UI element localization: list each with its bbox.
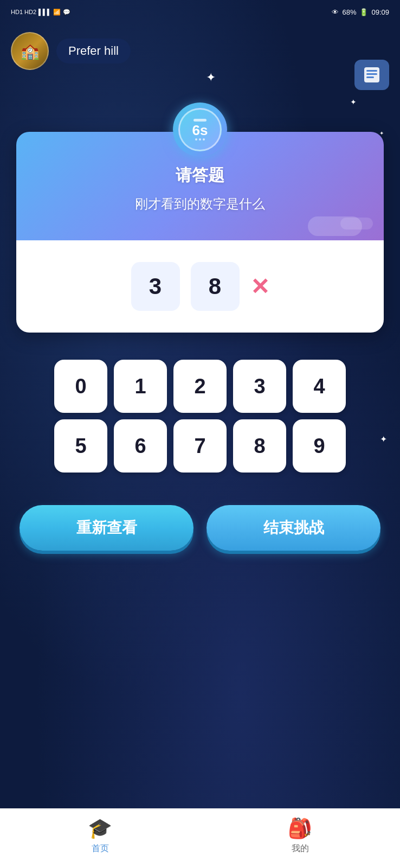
num-btn-6[interactable]: 6 — [114, 419, 167, 473]
end-label: 结束挑战 — [263, 518, 324, 538]
timer-dot-1 — [195, 138, 197, 141]
username-bubble: Prefer hill — [56, 39, 131, 63]
svg-rect-2 — [366, 73, 377, 75]
timer-dot-2 — [199, 138, 201, 141]
timer-container: 6s — [0, 103, 400, 157]
nav-home[interactable]: 🎓 首页 — [0, 809, 200, 868]
status-bar: HD1 HD2 ▌▌▌ 📶 💬 👁 68% 🔋 09:09 — [0, 0, 400, 24]
timer-top-bar — [193, 119, 207, 122]
avatar: 🏫 — [11, 32, 49, 70]
wechat-icon: 💬 — [63, 9, 70, 16]
num-btn-1[interactable]: 1 — [114, 360, 167, 413]
signal-bars: ▌▌▌ — [38, 9, 51, 15]
num-btn-0[interactable]: 0 — [54, 360, 107, 413]
answer-digit-2: 8 — [209, 273, 221, 299]
status-carriers: HD1 HD2 — [11, 9, 36, 15]
delete-icon: ✕ — [250, 273, 269, 300]
username-text: Prefer hill — [68, 44, 119, 58]
answer-slot-1: 3 — [131, 262, 180, 311]
numpad: 0 1 2 3 4 5 6 7 8 9 — [0, 360, 400, 473]
num-btn-3[interactable]: 3 — [233, 360, 286, 413]
timer-dots — [195, 138, 205, 141]
svg-rect-3 — [366, 76, 374, 78]
cloud-bg — [16, 208, 384, 240]
battery-icon: 🔋 — [359, 8, 368, 16]
numpad-row-2: 5 6 7 8 9 — [54, 419, 346, 473]
home-label: 首页 — [92, 843, 109, 854]
svg-rect-1 — [366, 70, 377, 72]
num-btn-9[interactable]: 9 — [293, 419, 346, 473]
status-right: 👁 68% 🔋 09:09 — [332, 8, 389, 16]
end-button[interactable]: 结束挑战 — [207, 505, 380, 551]
quiz-card: 请答题 刚才看到的数字是什么 3 8 ✕ — [16, 132, 384, 333]
num-btn-4[interactable]: 4 — [293, 360, 346, 413]
mine-icon: 🎒 — [288, 817, 312, 840]
num-btn-7[interactable]: 7 — [173, 419, 227, 473]
review-label: 重新查看 — [76, 518, 137, 538]
status-left: HD1 HD2 ▌▌▌ 📶 💬 — [11, 9, 70, 16]
quiz-title: 请答题 — [176, 164, 224, 187]
answer-slot-2: 8 — [191, 262, 240, 311]
bottom-nav: 🎓 首页 🎒 我的 — [0, 808, 400, 868]
battery-percent: 68% — [342, 8, 356, 16]
mine-label: 我的 — [292, 843, 309, 854]
home-icon: 🎓 — [88, 817, 112, 840]
profile-header: 🏫 Prefer hill — [0, 27, 400, 75]
timer-dot-3 — [203, 138, 205, 141]
num-btn-5[interactable]: 5 — [54, 419, 107, 473]
action-buttons: 重新查看 结束挑战 — [0, 505, 400, 551]
cloud-2 — [340, 218, 373, 229]
timer-text: 6s — [192, 123, 208, 137]
timer-inner: 6s — [178, 108, 222, 151]
nav-mine[interactable]: 🎒 我的 — [200, 809, 400, 868]
notebook-button[interactable] — [354, 60, 389, 90]
review-button[interactable]: 重新查看 — [20, 505, 193, 551]
num-btn-8[interactable]: 8 — [233, 419, 286, 473]
eye-icon: 👁 — [332, 8, 339, 16]
time-display: 09:09 — [371, 8, 389, 16]
delete-button[interactable]: ✕ — [250, 273, 269, 300]
timer-circle: 6s — [173, 103, 227, 157]
num-btn-2[interactable]: 2 — [173, 360, 227, 413]
numpad-row-1: 0 1 2 3 4 — [54, 360, 346, 413]
answer-digit-1: 3 — [149, 273, 162, 299]
quiz-bottom: 3 8 ✕ — [16, 240, 384, 333]
wifi-icon: 📶 — [53, 9, 61, 16]
